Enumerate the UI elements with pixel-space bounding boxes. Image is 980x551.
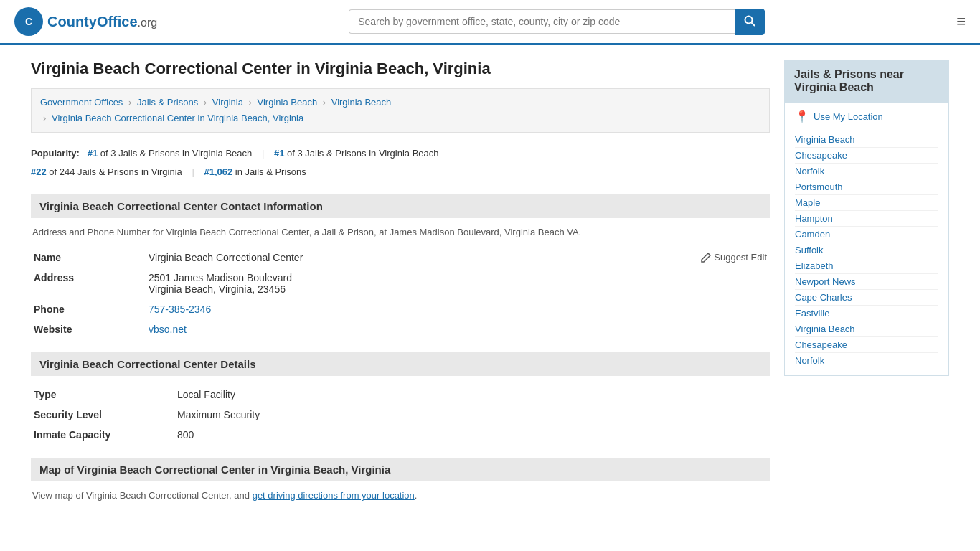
sidebar-item-cape-charles[interactable]: Cape Charles bbox=[795, 290, 938, 306]
content-area: Virginia Beach Correctional Center in Vi… bbox=[31, 60, 770, 501]
search-button[interactable] bbox=[735, 9, 765, 35]
breadcrumb-government-offices[interactable]: Government Offices bbox=[40, 97, 123, 108]
contact-description: Address and Phone Number for Virginia Be… bbox=[31, 227, 770, 237]
table-row-type: Type Local Facility bbox=[31, 385, 770, 405]
svg-text:C: C bbox=[25, 16, 32, 27]
name-label: Name bbox=[31, 248, 146, 268]
type-label: Type bbox=[31, 385, 174, 405]
type-value: Local Facility bbox=[174, 385, 770, 405]
popularity-bar: Popularity: #1 of 3 Jails & Prisons in V… bbox=[31, 144, 770, 182]
breadcrumb-jails-prisons[interactable]: Jails & Prisons bbox=[137, 97, 198, 108]
location-pin-icon: 📍 bbox=[795, 110, 809, 123]
logo-area: C CountyOffice.org bbox=[14, 7, 157, 36]
sidebar: Jails & Prisons near Virginia Beach 📍 Us… bbox=[784, 60, 949, 501]
sidebar-item-maple[interactable]: Maple bbox=[795, 195, 938, 211]
main-container: Virginia Beach Correctional Center in Vi… bbox=[17, 45, 963, 501]
sidebar-item-newport-news[interactable]: Newport News bbox=[795, 274, 938, 290]
sidebar-item-chesapeake-1[interactable]: Chesapeake bbox=[795, 148, 938, 164]
phone-link[interactable]: 757-385-2346 bbox=[149, 303, 211, 315]
table-row-capacity: Inmate Capacity 800 bbox=[31, 425, 770, 445]
logo-icon: C bbox=[14, 7, 43, 36]
sidebar-item-norfolk-1[interactable]: Norfolk bbox=[795, 164, 938, 179]
search-area bbox=[349, 9, 765, 35]
security-value: Maximum Security bbox=[174, 405, 770, 425]
table-row-address: Address 2501 James Madison Boulevard Vir… bbox=[31, 268, 770, 299]
phone-value: 757-385-2346 bbox=[146, 299, 770, 319]
suggest-edit-button[interactable]: Suggest Edit bbox=[701, 252, 767, 263]
sidebar-item-chesapeake-2[interactable]: Chesapeake bbox=[795, 337, 938, 353]
svg-point-2 bbox=[745, 16, 753, 23]
contact-table: Name Virginia Beach Correctional Center … bbox=[31, 248, 770, 339]
sidebar-header: Jails & Prisons near Virginia Beach bbox=[784, 60, 949, 103]
sidebar-item-virginia-beach-2[interactable]: Virginia Beach bbox=[795, 321, 938, 337]
name-value: Virginia Beach Correctional Center Sugge… bbox=[146, 248, 770, 268]
breadcrumb-virginia-beach-city[interactable]: Virginia Beach bbox=[331, 97, 392, 108]
use-my-location-link[interactable]: 📍 Use My Location bbox=[795, 110, 938, 123]
driving-directions-link[interactable]: get driving directions from your locatio… bbox=[253, 490, 415, 501]
page-title: Virginia Beach Correctional Center in Vi… bbox=[31, 60, 770, 78]
sidebar-item-eastville[interactable]: Eastville bbox=[795, 306, 938, 321]
capacity-value: 800 bbox=[174, 425, 770, 445]
breadcrumb-virginia-beach-state[interactable]: Virginia Beach bbox=[258, 97, 318, 108]
contact-section-header: Virginia Beach Correctional Center Conta… bbox=[31, 194, 770, 218]
sidebar-item-virginia-beach-1[interactable]: Virginia Beach bbox=[795, 132, 938, 148]
table-row-website: Website vbso.net bbox=[31, 319, 770, 339]
sidebar-item-portsmouth[interactable]: Portsmouth bbox=[795, 179, 938, 195]
breadcrumb-current[interactable]: Virginia Beach Correctional Center in Vi… bbox=[52, 113, 303, 123]
details-table: Type Local Facility Security Level Maxim… bbox=[31, 385, 770, 445]
popularity-item-2: #1 of 3 Jails & Prisons in Virginia Beac… bbox=[274, 148, 439, 159]
table-row-security: Security Level Maximum Security bbox=[31, 405, 770, 425]
logo-text: CountyOffice.org bbox=[47, 14, 157, 30]
header: C CountyOffice.org ≡ bbox=[0, 0, 980, 45]
breadcrumb: Government Offices › Jails & Prisons › V… bbox=[31, 88, 770, 133]
details-section-header: Virginia Beach Correctional Center Detai… bbox=[31, 352, 770, 376]
table-row-phone: Phone 757-385-2346 bbox=[31, 299, 770, 319]
security-label: Security Level bbox=[31, 405, 174, 425]
popularity-item-3: #22 of 244 Jails & Prisons in Virginia bbox=[31, 166, 182, 177]
phone-label: Phone bbox=[31, 299, 146, 319]
map-description: View map of Virginia Beach Correctional … bbox=[31, 490, 770, 501]
address-value: 2501 James Madison Boulevard Virginia Be… bbox=[146, 268, 770, 299]
table-row-name: Name Virginia Beach Correctional Center … bbox=[31, 248, 770, 268]
sidebar-item-elizabeth[interactable]: Elizabeth bbox=[795, 258, 938, 274]
popularity-item-4: #1,062 in Jails & Prisons bbox=[204, 166, 306, 177]
website-link[interactable]: vbso.net bbox=[149, 324, 187, 335]
sidebar-body: 📍 Use My Location Virginia Beach Chesape… bbox=[784, 103, 949, 376]
capacity-label: Inmate Capacity bbox=[31, 425, 174, 445]
search-input[interactable] bbox=[349, 9, 735, 34]
breadcrumb-virginia[interactable]: Virginia bbox=[212, 97, 243, 108]
popularity-label: Popularity: bbox=[31, 148, 80, 159]
sidebar-item-camden[interactable]: Camden bbox=[795, 227, 938, 242]
svg-line-3 bbox=[752, 22, 755, 26]
sidebar-item-hampton[interactable]: Hampton bbox=[795, 211, 938, 227]
sidebar-item-norfolk-2[interactable]: Norfolk bbox=[795, 353, 938, 368]
address-label: Address bbox=[31, 268, 146, 299]
popularity-item-1: #1 of 3 Jails & Prisons in Virginia Beac… bbox=[88, 148, 253, 159]
menu-icon[interactable]: ≡ bbox=[956, 12, 966, 31]
website-value: vbso.net bbox=[146, 319, 770, 339]
map-section-header: Map of Virginia Beach Correctional Cente… bbox=[31, 458, 770, 481]
sidebar-item-suffolk[interactable]: Suffolk bbox=[795, 242, 938, 258]
website-label: Website bbox=[31, 319, 146, 339]
